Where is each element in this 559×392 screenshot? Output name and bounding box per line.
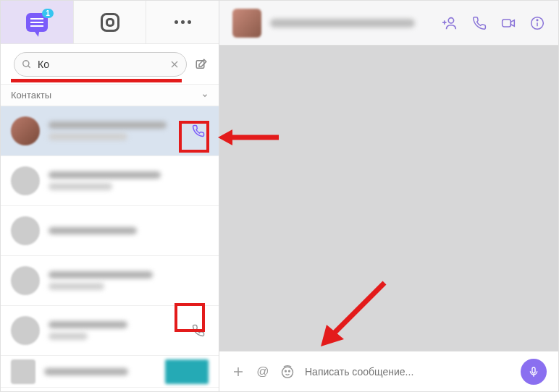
tab-chats[interactable]: 1 [1, 1, 74, 43]
section-header-contacts[interactable]: Контакты [1, 85, 219, 106]
left-panel: 1 Конт [1, 1, 219, 391]
avatar [11, 116, 40, 145]
contact-item[interactable] [1, 256, 219, 306]
contact-text [49, 171, 209, 190]
more-icon [175, 20, 191, 24]
message-input[interactable] [305, 366, 510, 378]
video-icon[interactable] [500, 15, 516, 31]
top-tabs: 1 [1, 1, 219, 44]
header-actions [442, 15, 545, 31]
avatar [11, 166, 40, 195]
search-input[interactable] [38, 59, 164, 70]
svg-point-11 [537, 20, 538, 21]
discover-icon [101, 13, 119, 32]
contact-item[interactable] [1, 306, 219, 356]
plus-icon[interactable] [231, 365, 245, 379]
tab-more[interactable] [146, 1, 219, 43]
search-row [1, 44, 219, 85]
composer: @ [219, 351, 558, 391]
contact-text [49, 227, 209, 234]
chat-header [219, 1, 558, 46]
contacts-list [1, 106, 219, 391]
avatar[interactable] [232, 9, 261, 38]
contact-text [44, 368, 156, 375]
chat-icon: 1 [26, 13, 48, 32]
chat-title [270, 19, 415, 27]
viber-icon[interactable] [188, 121, 209, 141]
unread-badge: 1 [42, 9, 54, 18]
avatar [11, 266, 40, 295]
svg-rect-8 [503, 20, 511, 27]
svg-point-5 [448, 17, 453, 22]
mic-button[interactable] [521, 359, 547, 385]
clear-search-icon[interactable] [170, 60, 179, 69]
chat-panel: @ [219, 1, 558, 391]
action-button[interactable] [165, 359, 209, 384]
sticker-icon[interactable] [280, 365, 295, 379]
mention-icon[interactable]: @ [256, 365, 270, 379]
viber-icon[interactable] [188, 320, 209, 341]
contact-text [49, 271, 209, 290]
phone-icon[interactable] [471, 15, 487, 31]
contact-item[interactable] [1, 156, 219, 206]
svg-line-1 [28, 65, 30, 67]
contact-item[interactable] [1, 356, 219, 388]
avatar [11, 359, 35, 384]
chat-body [219, 46, 558, 351]
contact-text [49, 122, 180, 140]
avatar [11, 316, 40, 345]
avatar [11, 216, 40, 245]
chevron-down-icon [201, 92, 209, 99]
search-icon [22, 59, 32, 69]
tab-discover[interactable] [74, 1, 147, 43]
compose-button[interactable] [194, 54, 209, 75]
svg-point-16 [289, 370, 290, 372]
contacts-label: Контакты [11, 90, 51, 101]
contact-item[interactable] [1, 106, 219, 156]
svg-rect-17 [532, 367, 535, 373]
svg-point-15 [285, 370, 287, 372]
contact-text [49, 321, 180, 340]
svg-point-0 [23, 60, 29, 66]
info-icon[interactable] [529, 15, 545, 31]
svg-point-14 [282, 367, 293, 378]
add-user-icon[interactable] [442, 15, 458, 31]
search-box[interactable] [14, 52, 187, 77]
contact-item[interactable] [1, 206, 219, 256]
